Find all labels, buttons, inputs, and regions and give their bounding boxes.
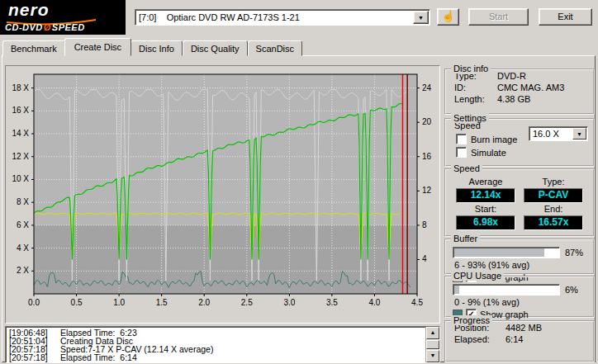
cpu-bar [453, 284, 560, 295]
hand-tool-button[interactable]: ☝ [437, 8, 459, 26]
elapsed-value: 6:14 [505, 334, 593, 344]
disc-info-group: Disc info Type:DVD-R ID:CMC MAG. AM3 Len… [444, 69, 595, 115]
cpu-range: 0 - 9% (1% avg) [446, 295, 593, 307]
toolbar: nero CD-DVDØSPEED [7:0] Optiarc DVD RW A… [0, 0, 598, 35]
svg-text:12 X: 12 X [12, 152, 29, 161]
svg-text:3.5: 3.5 [326, 298, 338, 307]
event-log[interactable]: [19:06:48]Elapsed Time: 6:23 [20:51:04]C… [5, 326, 440, 363]
disc-length-value: 4.38 GB [497, 94, 593, 104]
group-title: Progress [451, 315, 492, 325]
svg-text:0.5: 0.5 [71, 298, 83, 307]
chevron-down-icon[interactable]: ▼ [572, 128, 586, 139]
svg-text:6 X: 6 X [17, 220, 29, 229]
disc-id-label: ID: [454, 83, 497, 92]
tab-scandisc[interactable]: ScanDisc [248, 40, 302, 56]
disc-id-value: CMC MAG. AM3 [497, 83, 593, 92]
svg-text:18 X: 18 X [12, 83, 29, 92]
group-title: Speed [451, 163, 482, 173]
burn-image-checkbox[interactable] [456, 134, 467, 144]
svg-text:2.5: 2.5 [241, 298, 253, 307]
nero-logo: nero CD-DVDØSPEED [0, 0, 126, 35]
speed-disc-icon: Ø [43, 22, 52, 32]
svg-text:4.0: 4.0 [368, 298, 380, 307]
svg-text:16: 16 [422, 152, 432, 161]
average-speed-display: 12.14x [456, 188, 515, 203]
tab-create-disc[interactable]: Create Disc [64, 38, 131, 56]
svg-text:3.0: 3.0 [283, 298, 295, 307]
tab-disc-quality[interactable]: Disc Quality [183, 40, 248, 56]
cpu-percent: 6% [565, 285, 586, 295]
group-title: Disc info [451, 64, 491, 73]
exit-button-label: Exit [558, 12, 572, 21]
svg-text:1.0: 1.0 [113, 298, 125, 307]
start-label: Start: [456, 204, 515, 215]
start-button-label: Start [489, 12, 508, 21]
create-disc-page: 2 X4 X6 X8 X10 X12 X14 X16 X18 X48121620… [2, 55, 596, 362]
nero-product-text: CD-DVDØSPEED [5, 22, 85, 32]
buffer-bar-fill [454, 248, 544, 257]
drive-select-dropdown-button[interactable]: ▼ [413, 11, 429, 24]
log-time: [20:57:18] [9, 353, 60, 362]
hand-icon: ☝ [441, 10, 454, 22]
group-title: Settings [451, 113, 489, 123]
log-text: Elapsed Time: 6:14 [60, 352, 137, 362]
product-left: CD-DVD [5, 22, 43, 32]
log-entry: [20:57:18]Elapsed Time: 6:14 [9, 353, 425, 362]
product-right: SPEED [52, 22, 85, 32]
svg-text:2 X: 2 X [17, 266, 29, 275]
speed-select[interactable]: 16.0 X ▼ [529, 126, 588, 141]
svg-text:1.5: 1.5 [156, 298, 168, 307]
event-log-lines: [19:06:48]Elapsed Time: 6:23 [20:51:04]C… [6, 327, 425, 362]
start-speed-display: 6.98x [456, 215, 515, 230]
simulate-checkbox[interactable] [456, 147, 467, 158]
scrollbar-track[interactable] [426, 339, 439, 350]
speed-group: Speed Average Type: 12.14x P-CAV Start: … [444, 168, 595, 237]
svg-text:24: 24 [422, 83, 432, 92]
average-label: Average [456, 177, 515, 187]
svg-text:10 X: 10 X [12, 174, 29, 183]
end-label: End: [524, 204, 583, 215]
svg-text:12: 12 [422, 186, 432, 195]
svg-text:20: 20 [422, 117, 432, 126]
buffer-percent: 87% [565, 248, 586, 258]
scrollbar-thumb[interactable] [426, 340, 439, 349]
svg-text:4 X: 4 X [17, 243, 29, 253]
position-value: 4482 MB [505, 323, 593, 333]
svg-text:8: 8 [422, 220, 427, 229]
cpu-usage-group: CPU Usage 6% 0 - 9% (1% avg) ✓ Show grap… [444, 276, 595, 318]
speed-select-value: 16.0 X [529, 127, 572, 140]
elapsed-label: Elapsed: [454, 334, 505, 344]
scroll-up-button[interactable]: ▲ [426, 327, 439, 339]
tab-benchmark[interactable]: Benchmark [2, 40, 65, 56]
nero-cd-dvd-speed-window: { "app": { "logo": { "brand": "nero", "p… [0, 0, 598, 364]
speed-chart: 2 X4 X6 X8 X10 X12 X14 X16 X18 X48121620… [6, 66, 439, 323]
start-button[interactable]: Start [468, 8, 529, 26]
exit-button[interactable]: Exit [539, 8, 592, 26]
tab-bar: Benchmark Create Disc Disc Info Disc Qua… [2, 38, 302, 56]
write-speed-graph-panel: 2 X4 X6 X8 X10 X12 X14 X16 X18 X48121620… [5, 65, 440, 324]
burn-image-label: Burn image [471, 135, 517, 144]
settings-group: Settings Speed 16.0 X ▼ Burn image Simul… [444, 118, 595, 167]
write-type-display: P-CAV [524, 188, 583, 203]
svg-text:14 X: 14 X [12, 129, 29, 138]
log-scrollbar[interactable]: ▲ ▼ [425, 327, 439, 362]
simulate-label: Simulate [471, 148, 506, 158]
disc-type-value: DVD-R [497, 71, 593, 81]
progress-group: Progress Position:4482 MB Elapsed:6:14 [444, 320, 595, 362]
cpu-bar-fill [454, 286, 459, 294]
chevron-down-icon: ▼ [418, 15, 424, 21]
svg-text:16 X: 16 X [12, 106, 29, 115]
type-label: Type: [524, 177, 583, 187]
drive-select-value: [7:0] Optiarc DVD RW AD-7173S 1-21 [135, 10, 412, 25]
drive-select[interactable]: [7:0] Optiarc DVD RW AD-7173S 1-21 ▼ [135, 9, 430, 26]
buffer-group: Buffer 87% 6 - 93% (91% avg) ✓ Show grap… [444, 239, 595, 275]
tab-disc-info[interactable]: Disc Info [131, 40, 183, 56]
svg-text:2.0: 2.0 [198, 298, 210, 307]
nero-brand-text: nero [8, 0, 50, 20]
svg-text:4.5: 4.5 [411, 298, 423, 307]
svg-text:8 X: 8 X [17, 197, 29, 206]
scroll-down-button[interactable]: ▼ [426, 350, 439, 362]
buffer-bar [453, 247, 560, 258]
svg-text:4: 4 [422, 254, 427, 263]
buffer-range: 6 - 93% (91% avg) [446, 258, 593, 270]
